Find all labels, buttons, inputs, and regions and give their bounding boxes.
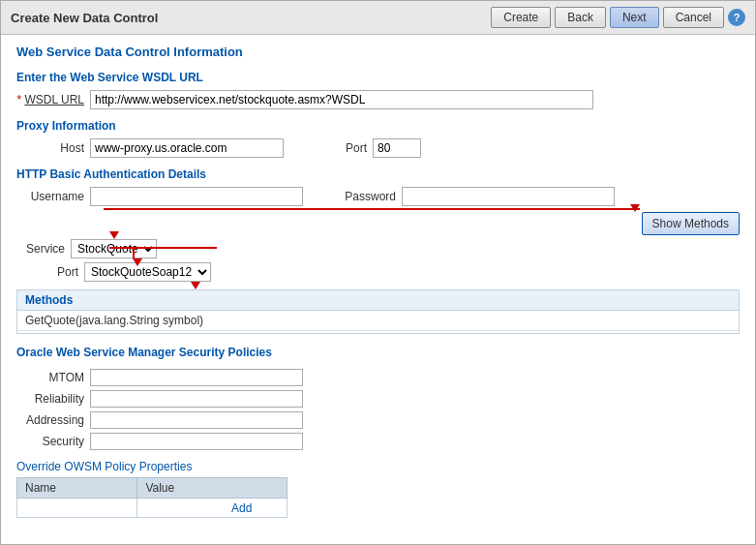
- mtom-label: MTOM: [16, 371, 84, 384]
- name-input[interactable]: [21, 501, 108, 515]
- methods-section: Methods GetQuote(java.lang.String symbol…: [16, 289, 740, 334]
- main-window: Create New Data Control Create Back Next…: [0, 0, 756, 545]
- policy-table: Name Value Add: [16, 477, 287, 518]
- security-row-field: Security: [16, 433, 740, 450]
- host-label: Host: [16, 141, 84, 155]
- title-bar: Create New Data Control Create Back Next…: [1, 1, 755, 35]
- wsdl-url-input[interactable]: [90, 90, 593, 109]
- title-bar-buttons: Create Back Next Cancel ?: [491, 7, 745, 28]
- wsdl-label-text: WSDL URL: [24, 93, 84, 106]
- create-button[interactable]: Create: [491, 7, 551, 28]
- username-label: Username: [16, 190, 84, 203]
- security-section-title: Oracle Web Service Manager Security Poli…: [16, 346, 740, 359]
- mtom-input[interactable]: [90, 369, 303, 386]
- col-value: Value: [137, 478, 287, 499]
- security-section: MTOM Reliability Addressing Security: [16, 369, 740, 450]
- reliability-label: Reliability: [16, 392, 84, 406]
- password-label: Password: [328, 190, 396, 203]
- http-auth-section-title: HTTP Basic Authentication Details: [16, 167, 740, 181]
- port-label: Port: [299, 141, 367, 155]
- auth-row: Username Password: [16, 187, 740, 206]
- service-row: Service StockQuote: [16, 239, 740, 258]
- security-input[interactable]: [90, 433, 303, 450]
- cancel-button[interactable]: Cancel: [663, 7, 724, 28]
- mtom-row: MTOM: [16, 369, 740, 386]
- addressing-row: Addressing: [16, 411, 740, 429]
- proxy-row: Host Port: [16, 138, 740, 158]
- username-input[interactable]: [90, 187, 303, 206]
- value-input[interactable]: [141, 501, 228, 515]
- override-title: Override OWSM Policy Properties: [16, 460, 740, 473]
- addressing-input[interactable]: [90, 411, 303, 429]
- value-cell: Add: [137, 499, 287, 518]
- addressing-label: Addressing: [16, 413, 84, 427]
- port-row: Port StockQuoteSoap12: [16, 262, 740, 282]
- methods-list: GetQuote(java.lang.String symbol): [16, 311, 740, 334]
- back-button[interactable]: Back: [555, 7, 606, 28]
- add-link[interactable]: Add: [231, 501, 252, 515]
- content-area: Web Service Data Control Information Ent…: [1, 35, 755, 528]
- show-methods-button[interactable]: Show Methods: [642, 212, 740, 235]
- next-button[interactable]: Next: [610, 7, 659, 28]
- security-field-label: Security: [16, 435, 84, 448]
- methods-header: Methods: [16, 289, 740, 311]
- name-cell[interactable]: [17, 499, 137, 518]
- service-label: Service: [16, 242, 65, 256]
- help-button[interactable]: ?: [728, 9, 745, 26]
- proxy-port-input[interactable]: [373, 138, 421, 158]
- wsdl-row: WSDL URL: [16, 90, 740, 109]
- proxy-section-title: Proxy Information: [16, 119, 740, 133]
- service-select[interactable]: StockQuote: [71, 239, 157, 258]
- port-field-label: Port: [30, 265, 78, 279]
- table-row: Add: [17, 499, 287, 518]
- page-subtitle: Web Service Data Control Information: [16, 45, 740, 59]
- method-item[interactable]: GetQuote(java.lang.String symbol): [17, 311, 739, 331]
- port-select[interactable]: StockQuoteSoap12: [84, 262, 211, 282]
- wsdl-label: WSDL URL: [16, 93, 84, 106]
- wsdl-section-title: Enter the Web Service WSDL URL: [16, 71, 740, 84]
- password-input[interactable]: [402, 187, 615, 206]
- reliability-input[interactable]: [90, 390, 303, 408]
- window-title: Create New Data Control: [11, 11, 158, 25]
- host-input[interactable]: [90, 138, 284, 158]
- override-section: Override OWSM Policy Properties Name Val…: [16, 460, 740, 518]
- col-name: Name: [17, 478, 137, 499]
- reliability-row: Reliability: [16, 390, 740, 408]
